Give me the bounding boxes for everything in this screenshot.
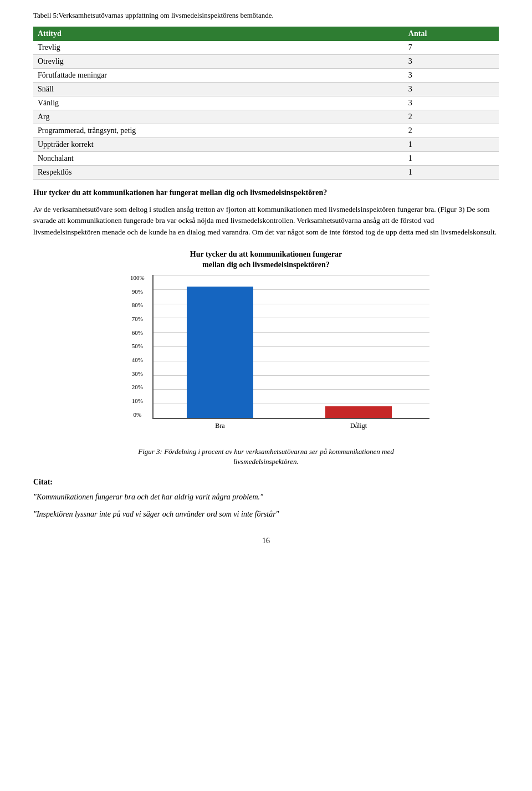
table-cell-antal: 1: [404, 152, 499, 166]
table-row: Snäll3: [33, 83, 499, 96]
y-label-70: 70%: [130, 316, 145, 322]
table-cell-attityd: Förutfattade meningar: [33, 69, 404, 83]
y-axis-labels: 100% 90% 80% 70% 60% 50% 40% 30% 20% 10%…: [130, 275, 145, 418]
table-intro: Tabell 5:Verksamhetsutövarnas uppfattnin…: [33, 11, 499, 20]
table-row: Vänlig3: [33, 96, 499, 110]
table-cell-antal: 7: [404, 41, 499, 55]
page-number: 16: [33, 537, 499, 545]
table-row: Trevlig7: [33, 41, 499, 55]
table-row: Arg2: [33, 110, 499, 124]
y-label-60: 60%: [130, 330, 145, 336]
x-label-bra: Bra: [187, 422, 253, 430]
table-cell-attityd: Uppträder korrekt: [33, 138, 404, 152]
table-cell-antal: 3: [404, 83, 499, 96]
table-cell-attityd: Arg: [33, 110, 404, 124]
citat-label: Citat:: [33, 478, 499, 487]
table-cell-attityd: Otrevlig: [33, 55, 404, 69]
table-row: Programmerad, trångsynt, petig2: [33, 124, 499, 138]
chart-outer: 100% 90% 80% 70% 60% 50% 40% 30% 20% 10%…: [127, 275, 427, 436]
figure-caption: Figur 3: Fördelning i procent av hur ver…: [33, 447, 499, 467]
x-label-dalgt: Dåligt: [325, 422, 392, 430]
table-row: Otrevlig3: [33, 55, 499, 69]
attitude-table: Attityd Antal Trevlig7Otrevlig3Förutfatt…: [33, 27, 499, 180]
y-label-50: 50%: [130, 343, 145, 349]
y-label-80: 80%: [130, 302, 145, 308]
table-cell-attityd: Programmerad, trångsynt, petig: [33, 124, 404, 138]
y-label-40: 40%: [130, 357, 145, 363]
question-text: Hur tycker du att kommunikationen har fu…: [33, 188, 499, 197]
y-label-90: 90%: [130, 289, 145, 295]
table-cell-attityd: Snäll: [33, 83, 404, 96]
y-label-10: 10%: [130, 398, 145, 404]
table-row: Respektlös1: [33, 166, 499, 180]
chart-area: 100% 90% 80% 70% 60% 50% 40% 30% 20% 10%…: [152, 275, 429, 419]
body-paragraph: Av de verksamhetsutövare som deltog i st…: [33, 204, 499, 238]
table-row: Nonchalant1: [33, 152, 499, 166]
bar-bra: [187, 287, 253, 418]
table-cell-antal: 2: [404, 110, 499, 124]
table-cell-attityd: Trevlig: [33, 41, 404, 55]
table-cell-antal: 3: [404, 96, 499, 110]
y-label-20: 20%: [130, 384, 145, 390]
table-cell-antal: 1: [404, 138, 499, 152]
y-label-100: 100%: [130, 275, 145, 281]
table-cell-attityd: Respektlös: [33, 166, 404, 180]
table-cell-attityd: Vänlig: [33, 96, 404, 110]
table-row: Förutfattade meningar3: [33, 69, 499, 83]
table-cell-antal: 2: [404, 124, 499, 138]
chart-title: Hur tycker du att kommunikationen funger…: [127, 249, 405, 271]
grid-100: [154, 275, 429, 275]
y-label-0: 0%: [130, 412, 145, 418]
table-header-attityd: Attityd: [33, 27, 404, 41]
quote-text: "Kommunikationen fungerar bra och det ha…: [33, 491, 499, 503]
bar-dalgt: [325, 406, 392, 418]
quote-text: "Inspektören lyssnar inte på vad vi säge…: [33, 508, 499, 520]
table-header-antal: Antal: [404, 27, 499, 41]
table-row: Uppträder korrekt1: [33, 138, 499, 152]
table-cell-antal: 1: [404, 166, 499, 180]
table-cell-antal: 3: [404, 69, 499, 83]
chart-container: Hur tycker du att kommunikationen funger…: [127, 249, 405, 436]
table-cell-attityd: Nonchalant: [33, 152, 404, 166]
table-cell-antal: 3: [404, 55, 499, 69]
y-label-30: 30%: [130, 371, 145, 377]
